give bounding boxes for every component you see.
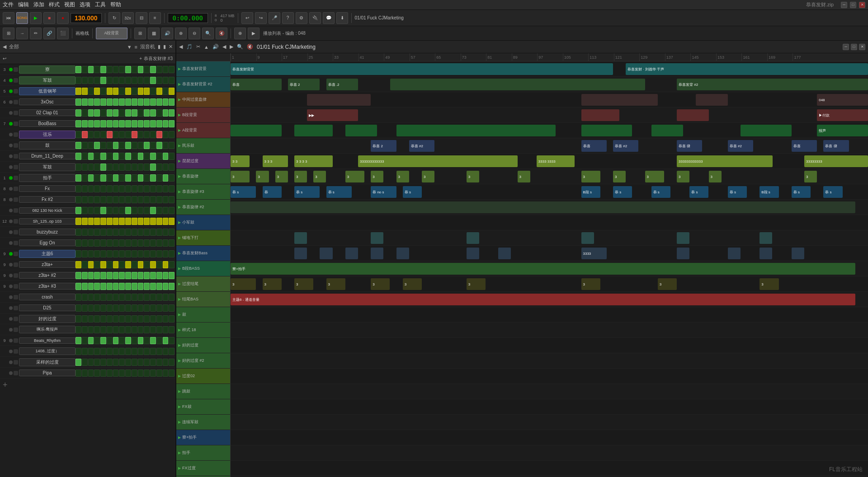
menu-tools[interactable]: 工具 [95,1,106,9]
mix-btn[interactable]: ≡ [135,44,137,50]
download-btn[interactable]: ⬇ [336,12,348,24]
plugin-btn[interactable]: 🔌 [309,12,321,24]
playlist-track-label-20[interactable]: ▶过度02 [176,369,230,384]
pattern-row-2[interactable]: 048 [231,92,868,108]
track-name-z3ta[interactable]: z3ta+ [19,261,75,268]
pattern-cell-12[interactable] [677,248,689,259]
pattern-cell-1[interactable]: 恭喜 [231,79,282,90]
track-name-z3ta3[interactable]: z3ta+ #3 [19,283,75,290]
pattern-cell-3[interactable] [677,109,709,121]
pattern-cell-15[interactable]: 主题6 - 通道音量 [231,294,855,305]
snap-dropdown[interactable]: A段背景 [96,28,127,39]
pattern-row-18[interactable] [231,338,868,353]
playlist-track-label-12[interactable]: ▶恭喜发财Bass [176,246,230,261]
playlist-track-label-5[interactable]: ▶民乐鼓 [176,138,230,154]
s4[interactable] [94,77,100,84]
pattern-cell-14[interactable]: 3 [581,278,600,290]
step-track-fx[interactable]: 8 Fx [0,183,175,194]
step-track-egg[interactable]: Egg On [0,238,175,248]
play-btn[interactable]: ▶ [30,12,42,24]
pattern-cell-5[interactable]: 恭喜 [792,140,817,152]
nav-volume[interactable]: 🔊 [212,44,219,50]
close-left[interactable]: ✕ [169,44,173,50]
pattern-cell-7[interactable]: 3 [371,171,383,182]
pattern-row-13[interactable]: 寮+拍手 [231,261,868,276]
nav-arrow-r[interactable]: ▶ [230,44,233,50]
playlist-track-label-0[interactable]: ▶恭喜发财背景 [176,61,230,77]
pattern-row-15[interactable]: 主题6 - 通道音量 [231,292,868,307]
s11[interactable] [138,77,144,84]
playlist-track-label-2[interactable]: ▶中间过度盘律 [176,92,230,108]
pattern-cell-12[interactable] [498,248,511,259]
pattern-row-12[interactable]: 3333 [231,246,868,261]
s16[interactable] [169,77,175,84]
pattern-cell-4[interactable]: 报声 [817,125,868,136]
pattern-cell-14[interactable]: 3 [403,278,422,290]
track-name-clap[interactable]: 拍手 [19,174,75,182]
stop-btn[interactable]: ■ [43,12,55,24]
pattern-cell-8[interactable]: 恭 [263,186,282,198]
step-track-z3ta2[interactable]: 9 z3ta+ #2 [0,270,175,281]
step-track-4[interactable]: 6 3xOsc [0,97,175,108]
track-led-3[interactable] [9,89,13,93]
s12[interactable] [144,77,150,84]
pattern-cell-14[interactable]: 3 [371,278,390,290]
menu-view[interactable]: 视图 [64,1,75,9]
pattern-row-22[interactable] [231,399,868,415]
pattern-cell-11[interactable] [467,232,479,244]
back-btn[interactable]: ◀ [3,44,6,50]
pattern-cell-4[interactable] [345,125,377,136]
pattern-cell-7[interactable]: 3 [804,171,817,182]
track-name-5[interactable]: 02 Clap 01 [19,109,75,116]
step-track-drum11[interactable]: Drum_11_Deep [0,151,175,162]
pl-btn6[interactable]: 🔍 [202,28,214,39]
step-16[interactable] [169,66,175,73]
mixer-btn[interactable]: ⊟ [136,12,147,24]
block-btn[interactable]: ⬛ [57,28,69,39]
pl-minimize[interactable]: ─ [843,44,849,50]
pattern-cell-12[interactable] [320,248,332,259]
track-name-082[interactable]: 082 130 No Kick [19,207,75,214]
s15[interactable] [163,77,169,84]
s6[interactable] [107,77,113,84]
pattern-cell-5[interactable]: 恭喜 #2 [728,140,753,152]
pattern-cell-4[interactable] [741,125,792,136]
pattern-cell-14[interactable]: 3 [326,278,345,290]
pl-btn1[interactable]: ⊞ [134,28,146,39]
pattern-cell-6[interactable]: 3333 3333 [537,155,575,167]
menu-help[interactable]: 帮助 [110,1,121,9]
pattern-cell-8[interactable]: 恭 s [231,186,256,198]
step-10[interactable] [132,66,137,73]
pencil-btn[interactable]: ✏ [30,28,42,39]
pattern-cell-0[interactable]: 恭喜发财背景 [231,63,613,75]
pattern-cell-7[interactable]: 3 [581,171,600,182]
add-track-btn[interactable]: + [139,56,142,61]
step-seq-btn[interactable]: ⊞ [3,28,14,39]
step-track-6[interactable]: 7 BooBass [0,118,175,129]
track-name-junggu2[interactable]: 军鼓 [19,163,75,171]
pattern-row-17[interactable] [231,323,868,338]
step-track-sh[interactable]: 12 Sh_125..op 103 [0,216,175,227]
step-track-pipa[interactable]: Pipa [0,368,175,379]
track-name-pipa[interactable]: Pipa [19,369,75,376]
track-name-fx2[interactable]: Fx #2 [19,196,75,203]
step-track-d25[interactable]: D25 [0,303,175,313]
pattern-cell-7[interactable]: 3 [256,171,269,182]
step-6[interactable] [107,66,113,73]
mute-btn-4[interactable] [14,100,18,104]
rewind-btn[interactable]: ⏮ [3,12,14,24]
close-btn[interactable]: ✕ [859,2,865,8]
pattern-row-7[interactable]: 33333333333333333 [231,169,868,184]
nav-arrow-l[interactable]: ◀ [222,44,226,50]
step-1[interactable] [75,66,81,73]
step-3[interactable] [88,66,94,73]
pattern-cell-7[interactable]: 3 [613,171,626,182]
track-name-z3ta2[interactable]: z3ta+ #2 [19,272,75,279]
pattern-cell-4[interactable] [581,125,632,136]
pattern-row-25[interactable] [231,445,868,461]
playlist-track-label-16[interactable]: ▶鼓 [176,307,230,323]
pl-btn3[interactable]: 🔊 [161,28,173,39]
pattern-cell-14[interactable]: 3 [231,278,256,290]
undo-icon[interactable]: ↩ [3,56,6,61]
pattern-cell-5[interactable]: 恭喜 #2 [409,140,434,152]
